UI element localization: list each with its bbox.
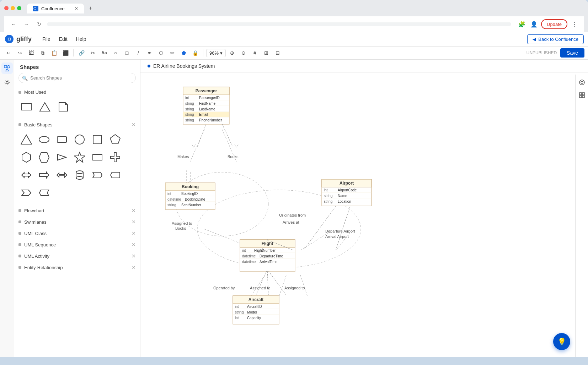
shape-arrow-notch2[interactable]: [107, 167, 123, 183]
flight-table[interactable]: Flight intFlightNumber datetimeDeparture…: [240, 240, 295, 272]
flowchart-close[interactable]: ✕: [132, 208, 136, 213]
close-dot[interactable]: [4, 6, 9, 10]
menu-help[interactable]: Help: [73, 35, 90, 43]
forward-btn[interactable]: →: [21, 19, 31, 29]
fab-button[interactable]: 💡: [553, 333, 570, 350]
uml-class-section-header[interactable]: UML Class ✕: [14, 228, 140, 239]
most-used-triangle[interactable]: [37, 99, 53, 115]
airport-table[interactable]: Airport intAirportCode stringName string…: [322, 179, 371, 206]
svg-text:string: string: [185, 107, 194, 111]
new-tab-btn[interactable]: +: [85, 3, 96, 13]
shape-arrow-right-tri[interactable]: [54, 149, 70, 165]
shape-star[interactable]: [72, 149, 87, 165]
zoom-out-btn[interactable]: ⊖: [239, 48, 248, 58]
paste-btn[interactable]: 📋: [49, 48, 59, 58]
shape-rect-small[interactable]: [90, 149, 105, 165]
address-bar[interactable]: [47, 22, 511, 26]
extensions-btn[interactable]: 🧩: [517, 19, 527, 29]
uml-class-label: UML Class: [24, 231, 132, 236]
snap-btn[interactable]: ⊞: [261, 48, 271, 58]
flowchart-section-header[interactable]: Flowchart ✕: [14, 205, 140, 216]
line-btn[interactable]: /: [133, 48, 143, 58]
image-btn[interactable]: 🖼: [26, 48, 36, 58]
shape-cylinder[interactable]: [72, 167, 87, 183]
shape-ellipse[interactable]: [36, 132, 52, 147]
layers-btn[interactable]: ⬛: [60, 48, 70, 58]
uml-sequence-close[interactable]: ✕: [132, 242, 136, 247]
er-close[interactable]: ✕: [132, 265, 136, 270]
swimlanes-close[interactable]: ✕: [132, 219, 136, 225]
shape-cross[interactable]: [107, 149, 123, 165]
shape-hexagon[interactable]: [18, 149, 34, 165]
passenger-table[interactable]: Passenger intPassengerID stringFirstName…: [183, 87, 229, 124]
uml-class-close[interactable]: ✕: [132, 230, 136, 236]
uml-activity-close[interactable]: ✕: [132, 253, 136, 259]
svg-point-4: [6, 81, 8, 83]
more-btn[interactable]: ⋮: [570, 19, 579, 29]
swimlanes-section-header[interactable]: Swimlanes ✕: [14, 216, 140, 228]
shapes-tab-icon[interactable]: [1, 62, 13, 74]
uml-activity-section-header[interactable]: UML Activity ✕: [14, 250, 140, 262]
shape-btn[interactable]: ⬡: [156, 48, 166, 58]
panel-icon-1[interactable]: [577, 77, 587, 87]
grid-btn[interactable]: #: [250, 48, 260, 58]
copy-btn[interactable]: ⧉: [38, 48, 48, 58]
maximize-dot[interactable]: [17, 6, 21, 10]
scissors-btn[interactable]: ✂: [88, 48, 98, 58]
basic-shapes-section-header[interactable]: Basic Shapes ✕: [14, 119, 140, 130]
shape-arrow-left-notch[interactable]: [36, 185, 52, 201]
shape-arrow-double[interactable]: [54, 167, 70, 183]
shape-circle[interactable]: [72, 132, 87, 147]
shape-arrow-right[interactable]: [36, 167, 52, 183]
circle-btn[interactable]: ○: [111, 48, 121, 58]
shape-triangle[interactable]: [18, 132, 34, 147]
shape-pentagon[interactable]: [107, 132, 123, 147]
aircraft-table[interactable]: Aircraft intAircraftID stringModel intCa…: [233, 296, 279, 324]
align-btn[interactable]: ⊟: [273, 48, 283, 58]
lock-btn[interactable]: 🔒: [190, 48, 200, 58]
browser-nav-icons: 🧩 👤 Update ⋮: [517, 19, 579, 29]
save-btn[interactable]: Save: [560, 48, 584, 58]
color-btn[interactable]: ⬟: [179, 48, 189, 58]
tab-close-btn[interactable]: ✕: [75, 6, 78, 11]
refresh-btn[interactable]: ↻: [34, 19, 44, 29]
svg-text:string: string: [185, 102, 194, 105]
redo-btn[interactable]: ↪: [15, 48, 25, 58]
shape-arrow-left-right[interactable]: [18, 167, 34, 183]
shape-chevron[interactable]: [18, 185, 34, 201]
svg-text:PassengerID: PassengerID: [199, 96, 220, 100]
link-btn[interactable]: 🔗: [76, 48, 86, 58]
profile-btn[interactable]: 👤: [529, 19, 539, 29]
shape-hexagon2[interactable]: [36, 149, 52, 165]
back-btn[interactable]: ←: [9, 19, 18, 29]
search-input[interactable]: [18, 73, 136, 83]
settings-tab-icon[interactable]: [1, 77, 13, 88]
shape-arrow-notch[interactable]: [90, 167, 105, 183]
most-used-page[interactable]: [55, 99, 71, 115]
undo-btn[interactable]: ↩: [4, 48, 14, 58]
pencil-btn[interactable]: ✏: [167, 48, 177, 58]
minimize-dot[interactable]: [11, 6, 15, 10]
uml-sequence-section-header[interactable]: UML Sequence ✕: [14, 239, 140, 250]
zoom-control[interactable]: 96% ▾: [206, 49, 226, 57]
most-used-section-header[interactable]: Most Used: [14, 87, 140, 98]
er-section-header[interactable]: Entity-Relationship ✕: [14, 262, 140, 273]
pen-btn[interactable]: ✒: [145, 48, 155, 58]
update-btn[interactable]: Update: [541, 19, 567, 29]
zoom-in-btn[interactable]: ⊕: [227, 48, 237, 58]
basic-shapes-close[interactable]: ✕: [132, 122, 136, 127]
panel-icon-2[interactable]: [577, 90, 587, 100]
active-tab[interactable]: C Confluence ✕: [27, 4, 84, 13]
svg-marker-14: [39, 152, 49, 162]
shape-square[interactable]: [90, 132, 105, 147]
rect-btn[interactable]: □: [122, 48, 132, 58]
most-used-rect[interactable]: [18, 99, 34, 115]
menu-edit[interactable]: Edit: [55, 35, 71, 43]
back-to-confluence-btn[interactable]: ◀ Back to Confluence: [527, 34, 584, 44]
shape-rect-rounded[interactable]: [54, 132, 70, 147]
menu-file[interactable]: File: [39, 35, 54, 43]
text-btn[interactable]: Aa: [99, 48, 109, 58]
svg-text:Arrival Airport: Arrival Airport: [325, 234, 349, 239]
booking-table[interactable]: Booking intBookingID datetimeBookingDate…: [165, 183, 215, 209]
canvas[interactable]: Passenger intPassengerID stringFirstName…: [140, 73, 588, 355]
